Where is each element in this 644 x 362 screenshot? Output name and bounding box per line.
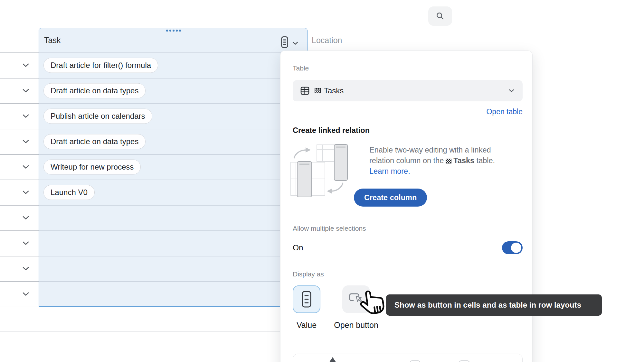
search-icon [436,12,445,21]
table-row: Writeup for new process [0,154,308,180]
task-pill[interactable]: Draft article on data types [43,83,146,98]
description-suffix: table. [477,156,495,165]
triangle-glyph-icon [329,357,336,362]
value-pill-icon [302,291,311,308]
task-pill[interactable]: Draft article on data types [43,134,146,149]
checkered-flag-icon [315,88,321,93]
task-pill[interactable]: Launch V0 [43,185,95,200]
table-row: Launch V0 [0,180,308,205]
open-table-link[interactable]: Open table [486,107,523,116]
row-expand-chevron-icon[interactable] [23,241,29,245]
task-pill[interactable]: Writeup for new process [43,159,141,174]
table-row-empty [0,230,308,256]
table-row: Draft article on data types [0,129,308,154]
row-expand-chevron-icon[interactable] [23,267,29,271]
multiple-selections-label: Allow multiple selections [293,225,366,232]
create-column-button[interactable]: Create column [354,189,427,207]
table-row-empty [0,205,308,230]
table-row-empty [0,281,308,307]
location-column-header[interactable]: Location [312,28,342,52]
dropdown-chevron-icon [509,89,514,92]
hand-pointer-cursor-icon [356,286,389,324]
row-expand-chevron-icon[interactable] [23,140,29,144]
table-grid-icon [300,87,309,95]
table-row: Draft article for filter() formula [0,52,308,78]
display-option-open-button-label: Open button [326,320,387,330]
display-as-label: Display as [293,270,324,278]
table-row-empty [0,256,308,281]
table-row: Publish article on calendars [0,103,308,129]
selected-table-name: Tasks [324,86,344,95]
display-option-tooltip: Show as button in cells and as table in … [386,294,602,316]
row-expand-chevron-icon[interactable] [23,216,29,220]
task-pill[interactable]: Draft article for filter() formula [43,58,158,73]
create-linked-relation-title: Create linked relation [293,126,370,135]
row-expand-chevron-icon[interactable] [23,114,29,118]
toggle-knob [511,243,521,253]
linked-relation-description: Enable two-way editing with a linked rel… [369,145,501,177]
table-section-label: Table [293,64,309,72]
app-window: Task Location Draft article for filter()… [0,0,644,362]
row-expand-chevron-icon[interactable] [23,190,29,194]
task-pill[interactable]: Publish article on calendars [43,108,152,124]
row-expand-chevron-icon[interactable] [23,63,29,67]
linked-relation-illustration [289,144,351,200]
display-option-value-label: Value [293,320,320,330]
task-column-header[interactable]: Task [44,28,61,52]
clipped-glyph [459,360,470,362]
description-table-name: Tasks [453,156,474,165]
search-button[interactable] [428,6,452,26]
checkered-flag-icon [446,159,451,163]
row-expand-chevron-icon[interactable] [23,89,29,93]
multiple-selections-value: On [293,243,303,252]
learn-more-link[interactable]: Learn more. [369,167,410,175]
clipped-glyph [410,360,421,362]
relation-value-icon [281,36,289,50]
row-expand-chevron-icon[interactable] [23,292,29,296]
multiple-selections-toggle[interactable] [502,241,523,254]
panel-footer-control[interactable] [293,354,523,362]
column-menu-chevron-icon[interactable] [292,41,298,46]
row-expand-chevron-icon[interactable] [23,165,29,169]
column-drag-handle[interactable] [166,30,181,32]
display-option-value[interactable] [293,285,320,313]
table-row: Draft article on data types [0,78,308,103]
table-select-dropdown[interactable]: Tasks [293,80,523,101]
